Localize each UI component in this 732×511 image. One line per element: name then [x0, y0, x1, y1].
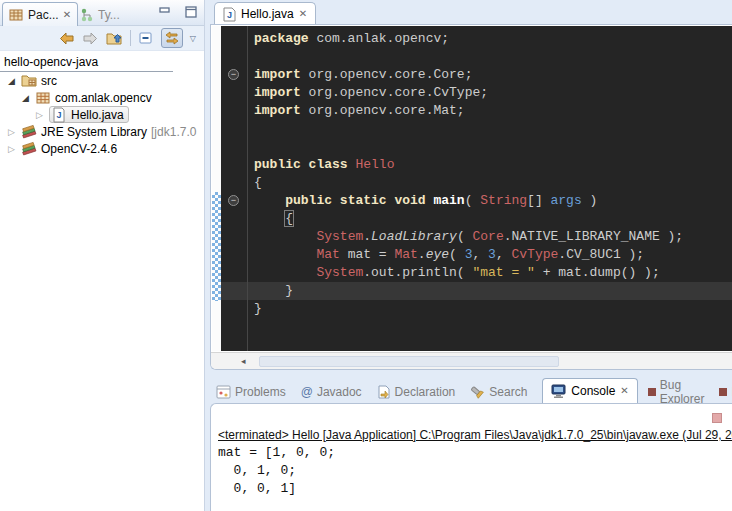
package-explorer-tree: hello-opencv-java ◢ src ◢ com.anlak.open…: [0, 51, 204, 157]
tab-declaration[interactable]: Declaration: [377, 381, 456, 403]
code-line[interactable]: [254, 48, 683, 66]
tab-label: Problems: [235, 385, 286, 399]
toolbar-separator: [130, 30, 131, 46]
tab-bug[interactable]: Bug: [719, 381, 732, 403]
tab-console[interactable]: Console ✕: [542, 378, 637, 404]
tab-label: Javadoc: [317, 385, 362, 399]
code-line[interactable]: import org.opencv.core.Mat;: [254, 102, 683, 120]
code-line[interactable]: System.out.println( "mat = " + mat.dump(…: [254, 264, 683, 282]
collapsed-arrow-icon[interactable]: ▷: [8, 127, 21, 137]
java-file-icon: J: [51, 107, 67, 123]
maximize-view-button[interactable]: [184, 6, 198, 18]
tree-item-decorator: [jdk1.7.0: [151, 125, 196, 139]
code-line[interactable]: import org.opencv.core.CvType;: [254, 84, 683, 102]
annotation-ruler: [212, 26, 221, 351]
editor-tab-bar: J Hello.java ✕: [210, 0, 732, 24]
console-process-header: <terminated> Hello [Java Application] C:…: [218, 428, 732, 442]
source-folder-icon: [21, 73, 37, 89]
type-hierarchy-icon: [80, 8, 94, 22]
library-icon: [21, 124, 37, 140]
tab-label: Declaration: [395, 385, 456, 399]
tab-search[interactable]: Search: [470, 381, 527, 403]
tree-item-label: JRE System Library: [41, 125, 147, 139]
collapse-all-button[interactable]: [138, 31, 154, 45]
fold-collapse-icon[interactable]: −: [228, 195, 239, 206]
package-explorer-panel: Pac... ✕ Ty...: [0, 0, 205, 511]
up-navigation-button[interactable]: [106, 31, 123, 46]
tab-label: Bug Explorer: [660, 378, 705, 406]
bottom-tab-bar: Problems @ Javadoc Declaration Search Co…: [210, 377, 732, 403]
close-icon[interactable]: ✕: [63, 10, 71, 20]
close-icon[interactable]: ✕: [299, 9, 307, 19]
java-file-icon: J: [223, 7, 236, 22]
gutter-divider: [247, 26, 248, 351]
fold-collapse-icon[interactable]: −: [228, 69, 239, 80]
code-editor[interactable]: − − package com.anlak.opencv; import org…: [221, 26, 732, 351]
declaration-icon: [377, 385, 391, 399]
tab-label: Console: [571, 384, 615, 398]
tab-bug-explorer[interactable]: Bug Explorer: [648, 381, 705, 403]
code-line[interactable]: package com.anlak.opencv;: [254, 30, 683, 48]
code-line[interactable]: Mat mat = Mat.eye( 3, 3, CvType.CV_8UC1 …: [254, 246, 683, 264]
javadoc-icon: @: [301, 385, 313, 399]
tab-package-explorer-label: Pac...: [28, 8, 59, 22]
code-line[interactable]: {: [254, 174, 683, 192]
tab-hello-java[interactable]: J Hello.java ✕: [214, 2, 316, 25]
minimize-view-button[interactable]: [158, 6, 172, 18]
library-icon: [21, 141, 37, 157]
tree-item-hello-java[interactable]: ▷ J Hello.java: [0, 106, 204, 123]
tree-item-label: Hello.java: [71, 108, 124, 122]
project-label[interactable]: hello-opencv-java: [0, 54, 204, 70]
tree-item-label: OpenCV-2.4.6: [41, 142, 117, 156]
tab-package-explorer[interactable]: Pac... ✕: [2, 2, 78, 26]
code-line[interactable]: System.LoadLibrary( Core.NATIVE_LIBRARY_…: [254, 228, 683, 246]
bottom-panel: Problems @ Javadoc Declaration Search Co…: [210, 377, 732, 511]
link-with-editor-button[interactable]: [161, 28, 183, 48]
tab-problems[interactable]: Problems: [216, 381, 286, 403]
terminate-button[interactable]: [712, 413, 722, 423]
svg-text:J: J: [56, 110, 61, 120]
selected-item-highlight[interactable]: J Hello.java: [49, 106, 129, 123]
code-line[interactable]: }: [254, 282, 683, 300]
tree-item-package[interactable]: ◢ com.anlak.opencv: [0, 89, 204, 106]
tree-item-opencv-library[interactable]: ▷ OpenCV-2.4.6: [0, 140, 204, 157]
package-icon: [35, 90, 51, 106]
view-menu-icon[interactable]: ▽: [190, 34, 196, 43]
code-area[interactable]: package com.anlak.opencv; import org.ope…: [254, 30, 683, 318]
package-explorer-toolbar: ▽: [0, 26, 204, 51]
code-line[interactable]: [254, 120, 683, 138]
console-icon: [551, 384, 566, 398]
expanded-arrow-icon[interactable]: ◢: [22, 93, 35, 103]
console-view: <terminated> Hello [Java Application] C:…: [210, 403, 732, 511]
tab-label: Search: [489, 385, 527, 399]
scroll-left-icon[interactable]: ◂: [241, 356, 246, 366]
tree-item-jre-library[interactable]: ▷ JRE System Library [jdk1.7.0: [0, 123, 204, 140]
tab-type-hierarchy[interactable]: Ty...: [80, 4, 120, 26]
console-output[interactable]: mat = [1, 0, 0; 0, 1, 0; 0, 0, 1]: [218, 444, 732, 498]
code-line[interactable]: public class Hello: [254, 156, 683, 174]
code-line[interactable]: public static void main( String[] args ): [254, 192, 683, 210]
tree-item-src[interactable]: ◢ src: [0, 72, 204, 89]
search-icon: [470, 385, 485, 399]
expanded-arrow-icon[interactable]: ◢: [8, 76, 21, 86]
tab-javadoc[interactable]: @ Javadoc: [301, 381, 362, 403]
code-line[interactable]: import org.opencv.core.Core;: [254, 66, 683, 84]
tree-item-label: src: [41, 74, 57, 88]
collapsed-arrow-icon[interactable]: ▷: [8, 144, 21, 154]
code-line[interactable]: {: [254, 210, 683, 228]
svg-text:J: J: [227, 10, 232, 20]
code-line[interactable]: [254, 138, 683, 156]
close-icon[interactable]: ✕: [620, 386, 628, 396]
bug-icon: [719, 388, 727, 396]
editor-frame: − − package com.anlak.opencv; import org…: [210, 24, 732, 370]
back-button[interactable]: [58, 31, 75, 46]
forward-button[interactable]: [82, 31, 99, 46]
collapsed-arrow-icon[interactable]: ▷: [36, 110, 49, 120]
horizontal-scrollbar[interactable]: ◂: [211, 352, 732, 369]
code-line[interactable]: }: [254, 300, 683, 318]
editor-tab-label: Hello.java: [241, 7, 294, 21]
tab-type-hierarchy-label: Ty...: [98, 8, 120, 22]
scrollbar-thumb[interactable]: [259, 356, 559, 367]
editor-area: J Hello.java ✕ − − package com.anlak.ope…: [210, 0, 732, 370]
method-range-indicator: [212, 192, 221, 301]
